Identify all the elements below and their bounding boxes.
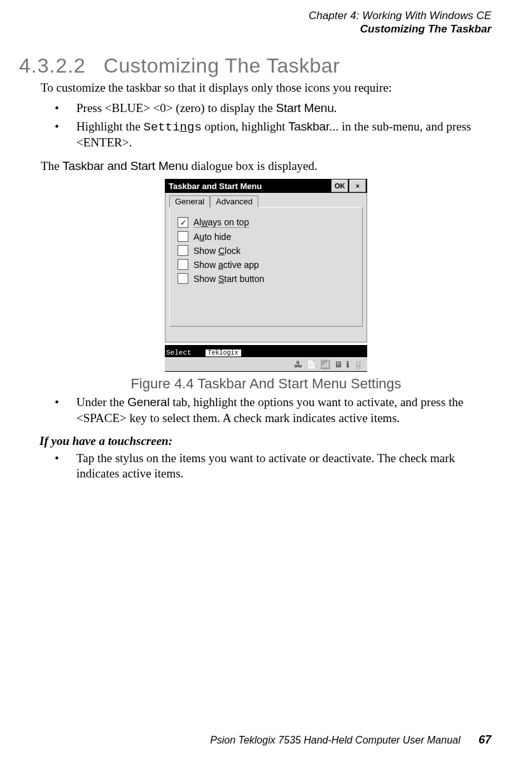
checkbox-always-on-top[interactable]: ✓ Always on top: [178, 217, 354, 228]
signal-icon: 📶: [320, 360, 330, 369]
page-header: Chapter 4: Working With Windows CE Custo…: [41, 9, 491, 36]
close-button[interactable]: ×: [349, 180, 366, 192]
page-number: 67: [479, 733, 491, 746]
device-taskbar: Select Teklogix 🖧 📄 📶 🖥 ℹ 🔋: [165, 345, 367, 372]
network-icon: 🖧: [294, 360, 302, 369]
figure: Taskbar and Start Menu OK × General Adva…: [41, 179, 491, 392]
taskbar-dialog: Taskbar and Start Menu OK × General Adva…: [165, 179, 367, 372]
figure-caption: Figure 4.4 Taskbar And Start Menu Settin…: [41, 376, 491, 392]
checkbox-icon: [178, 245, 188, 256]
tab-general[interactable]: General: [169, 195, 210, 208]
instruction-list-1: • Press <BLUE> <0> (zero) to display the…: [41, 101, 491, 151]
checkbox-auto-hide[interactable]: Auto hide: [178, 231, 354, 242]
checkbox-icon: ✓: [178, 217, 188, 228]
page-footer: Psion Teklogix 7535 Hand-Held Computer U…: [210, 733, 491, 747]
dialog-title: Taskbar and Start Menu: [169, 181, 330, 191]
tab-panel-general: ✓ Always on top Auto hide Show Clock Sho…: [169, 207, 363, 327]
checkbox-show-clock[interactable]: Show Clock: [178, 245, 354, 256]
document-icon: 📄: [306, 360, 316, 369]
list-item: • Tap the stylus on the items you want t…: [41, 451, 491, 482]
list-item: • Press <BLUE> <0> (zero) to display the…: [41, 101, 491, 116]
ok-button[interactable]: OK: [332, 180, 348, 192]
section-line: Customizing The Taskbar: [41, 22, 491, 36]
list-item: • Highlight the Settings option, highlig…: [41, 119, 491, 151]
section-title: Customizing The Taskbar: [104, 54, 340, 77]
manual-title: Psion Teklogix 7535 Hand-Held Computer U…: [210, 735, 460, 745]
tab-advanced[interactable]: Advanced: [210, 195, 258, 208]
checkbox-show-active-app[interactable]: Show active app: [178, 259, 354, 270]
section-number: 4.3.2.2: [19, 54, 86, 77]
intro-paragraph: To customize the taskbar so that it disp…: [41, 80, 491, 95]
checkbox-icon: [178, 259, 188, 270]
touchscreen-heading: If you have a touchscreen:: [39, 434, 491, 448]
section-heading: 4.3.2.2Customizing The Taskbar: [19, 54, 491, 78]
battery-icon: 🔋: [353, 360, 363, 369]
checkbox-show-start-button[interactable]: Show Start button: [178, 273, 354, 284]
chapter-line: Chapter 4: Working With Windows CE: [41, 9, 491, 22]
tab-row: General Advanced: [169, 195, 363, 208]
checkbox-icon: [178, 273, 188, 284]
system-tray: 🖧 📄 📶 🖥 ℹ 🔋: [165, 357, 367, 371]
taskbar-select-label: Select: [165, 349, 193, 356]
info-icon: ℹ: [346, 360, 349, 369]
instruction-list-2: • Under the General tab, highlight the o…: [41, 395, 491, 426]
instruction-list-3: • Tap the stylus on the items you want t…: [41, 451, 491, 482]
taskbar-teklogix-label: Teklogix: [206, 349, 241, 356]
list-item: • Under the General tab, highlight the o…: [41, 395, 491, 426]
dialogue-sentence: The Taskbar and Start Menu dialogue box …: [41, 159, 491, 174]
checkbox-icon: [178, 231, 188, 242]
device-icon: 🖥: [334, 360, 342, 369]
dialog-titlebar: Taskbar and Start Menu OK ×: [165, 179, 367, 193]
